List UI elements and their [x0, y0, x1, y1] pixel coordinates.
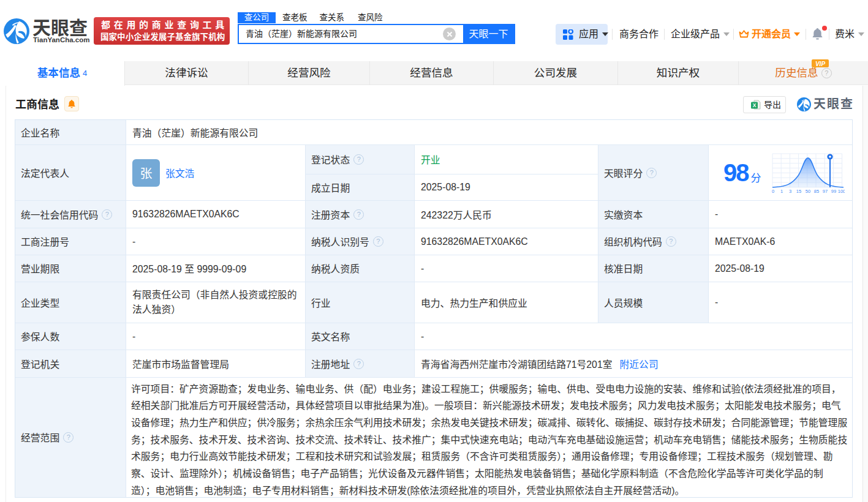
svg-text:X: X [753, 102, 757, 108]
svg-text:85: 85 [813, 189, 818, 194]
svg-text:97: 97 [822, 189, 827, 194]
svg-text:15: 15 [796, 189, 801, 194]
svg-text:1: 1 [780, 189, 782, 194]
svg-text:VIP: VIP [815, 61, 825, 67]
svg-text:50: 50 [805, 189, 810, 194]
svg-text:3: 3 [788, 189, 791, 194]
svg-text:0: 0 [771, 189, 774, 194]
svg-text:100: 100 [837, 189, 844, 194]
svg-text:99: 99 [831, 189, 836, 194]
